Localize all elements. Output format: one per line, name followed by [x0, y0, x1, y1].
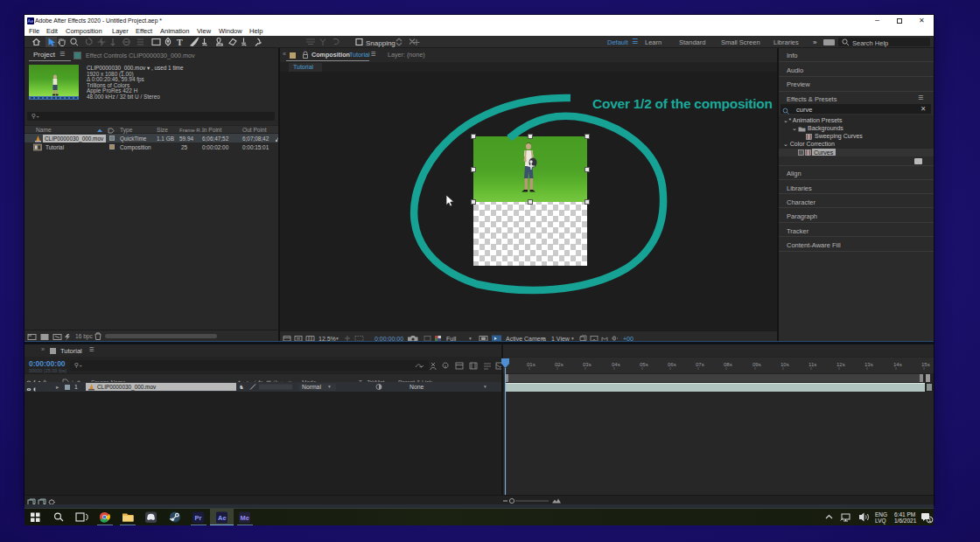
svg-text:14s: 14s: [893, 362, 902, 367]
svg-text:♞: ♞: [239, 384, 244, 390]
svg-text:07s: 07s: [696, 362, 704, 367]
svg-text:11s: 11s: [808, 362, 816, 367]
svg-text:ENG: ENG: [875, 511, 887, 518]
svg-text:10s: 10s: [780, 362, 789, 367]
svg-text:05s: 05s: [640, 362, 648, 367]
svg-text:01s: 01s: [527, 362, 536, 367]
svg-text:6:41 PM: 6:41 PM: [894, 511, 915, 518]
svg-text:Snapping: Snapping: [366, 39, 396, 47]
svg-text:Ae: Ae: [218, 514, 227, 522]
svg-text:T: T: [177, 38, 183, 47]
svg-text:12s: 12s: [836, 362, 845, 367]
svg-text:13s: 13s: [864, 362, 873, 367]
svg-text:Me: Me: [241, 514, 249, 522]
svg-text:LVQ: LVQ: [875, 518, 886, 525]
svg-text:09s: 09s: [752, 362, 761, 367]
svg-text:Pr: Pr: [195, 514, 202, 522]
svg-text:02s: 02s: [555, 362, 564, 367]
svg-text:15s: 15s: [921, 362, 930, 367]
svg-text:06s: 06s: [668, 362, 676, 367]
svg-text:1/6/2021: 1/6/2021: [894, 518, 917, 524]
svg-text:04s: 04s: [612, 362, 620, 367]
svg-text:08s: 08s: [724, 362, 732, 367]
svg-text:03s: 03s: [583, 362, 592, 367]
